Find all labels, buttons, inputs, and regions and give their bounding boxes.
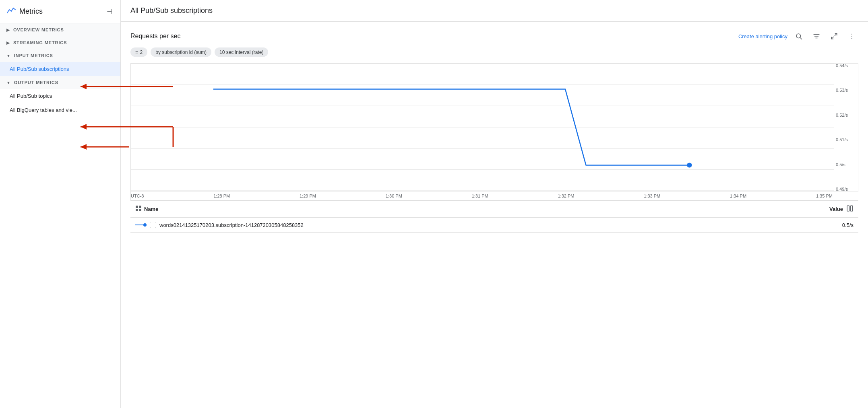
sidebar-section-header-overview[interactable]: ▶ OVERVIEW METRICS	[0, 23, 120, 36]
columns-icon[interactable]	[846, 205, 854, 213]
y-label-053: 0.53/s	[836, 88, 856, 93]
svg-rect-19	[139, 206, 141, 208]
filter-lines-icon-button[interactable]	[810, 30, 823, 43]
more-vert-icon-button[interactable]	[845, 30, 858, 43]
y-label-050: 0.5/s	[836, 163, 856, 167]
chart-header: Requests per sec Create alerting policy	[130, 30, 858, 43]
chart-title: Requests per sec	[130, 33, 181, 40]
legend-line	[135, 225, 143, 225]
search-icon-button[interactable]	[792, 30, 805, 43]
x-label-133: 1:33 PM	[644, 194, 660, 198]
chip-group-by[interactable]: by subscription id (sum)	[151, 47, 211, 57]
svg-point-17	[687, 163, 692, 167]
sidebar-header: Metrics ⊣	[0, 0, 120, 23]
legend-name-header: Name	[135, 205, 829, 213]
filter-icon: ≡	[135, 49, 138, 55]
main-content: All Pub/Sub subscriptions Requests per s…	[121, 0, 868, 408]
x-label-128: 1:28 PM	[213, 194, 230, 198]
chip-filter-count[interactable]: ≡ 2	[130, 47, 147, 57]
svg-line-6	[831, 37, 833, 39]
legend-line-indicator	[135, 223, 147, 227]
y-label-054: 0.54/s	[836, 64, 856, 68]
sidebar-item-bigquery[interactable]: All BigQuery tables and vie...	[0, 103, 120, 117]
fullscreen-icon-button[interactable]	[828, 30, 841, 43]
x-label-135: 1:35 PM	[816, 194, 833, 198]
chart-svg	[130, 63, 834, 192]
sidebar-section-label-input: INPUT METRICS	[14, 53, 53, 58]
sidebar: Metrics ⊣ ▶ OVERVIEW METRICS ▶ STREAMING…	[0, 0, 121, 408]
x-axis-labels: UTC-8 1:28 PM 1:29 PM 1:30 PM 1:31 PM 1:…	[130, 192, 858, 200]
chart-actions: Create alerting policy	[738, 30, 858, 43]
chip-count-label: 2	[140, 49, 143, 55]
x-label-129: 1:29 PM	[300, 194, 316, 198]
sidebar-section-input: ▼ INPUT METRICS All Pub/Sub subscription…	[0, 49, 120, 76]
page-title: All Pub/Sub subscriptions	[130, 6, 213, 14]
y-label-052: 0.52/s	[836, 113, 856, 117]
sidebar-section-label-output: OUTPUT METRICS	[14, 80, 58, 85]
sidebar-item-pubsub-subs[interactable]: All Pub/Sub subscriptions	[0, 62, 120, 76]
chart-area-wrapper	[130, 63, 834, 192]
sidebar-section-overview: ▶ OVERVIEW METRICS	[0, 23, 120, 36]
sidebar-section-output: ▼ OUTPUT METRICS All Pub/Sub topics All …	[0, 76, 120, 117]
sidebar-header-left: Metrics	[6, 6, 43, 17]
chip-interval[interactable]: 10 sec interval (rate)	[215, 47, 268, 57]
sidebar-section-header-streaming[interactable]: ▶ STREAMING METRICS	[0, 36, 120, 49]
x-label-134: 1:34 PM	[730, 194, 746, 198]
main-header: All Pub/Sub subscriptions	[121, 0, 868, 22]
svg-point-9	[851, 38, 852, 39]
legend-name-label: Name	[144, 206, 158, 212]
sidebar-section-header-output[interactable]: ▼ OUTPUT METRICS	[0, 76, 120, 89]
create-alerting-policy-link[interactable]: Create alerting policy	[738, 33, 787, 39]
sidebar-collapse-button[interactable]: ⊣	[105, 6, 114, 17]
chart-with-yaxis: 0.54/s 0.53/s 0.52/s 0.51/s 0.5/s 0.49/s	[130, 63, 858, 192]
sidebar-section-label-streaming: STREAMING METRICS	[13, 40, 67, 45]
metrics-logo-icon	[6, 6, 16, 17]
svg-line-5	[835, 33, 837, 35]
svg-rect-20	[136, 209, 138, 211]
sidebar-section-label-overview: OVERVIEW METRICS	[13, 27, 64, 32]
x-label-132: 1:32 PM	[558, 194, 574, 198]
chip-group-by-label: by subscription id (sum)	[155, 49, 207, 55]
svg-rect-22	[847, 206, 849, 211]
legend-table: Name Value words021413251	[130, 200, 858, 233]
legend-row-checkbox[interactable]	[150, 222, 156, 228]
svg-rect-21	[139, 209, 141, 211]
legend-dot	[143, 223, 147, 227]
x-label-130: 1:30 PM	[386, 194, 402, 198]
y-label-049: 0.49/s	[836, 187, 856, 192]
chart-container: Requests per sec Create alerting policy	[121, 22, 868, 408]
legend-row: words02141325170203.subscription-1412872…	[130, 218, 858, 233]
sidebar-section-streaming: ▶ STREAMING METRICS	[0, 36, 120, 49]
x-label-131: 1:31 PM	[472, 194, 488, 198]
chip-interval-label: 10 sec interval (rate)	[219, 49, 263, 55]
legend-row-left: words02141325170203.subscription-1412872…	[135, 222, 842, 228]
sidebar-section-header-input[interactable]: ▼ INPUT METRICS	[0, 49, 120, 62]
x-label-utc: UTC-8	[131, 194, 144, 198]
chevron-down-icon: ▼	[6, 54, 11, 58]
filter-chips: ≡ 2 by subscription id (sum) 10 sec inte…	[130, 47, 858, 57]
legend-row-value: 0.5/s	[842, 222, 854, 228]
chevron-right-icon: ▶	[6, 28, 10, 32]
svg-point-7	[851, 34, 852, 35]
legend-value-label: Value	[829, 206, 843, 212]
y-axis-labels: 0.54/s 0.53/s 0.52/s 0.51/s 0.5/s 0.49/s	[834, 63, 858, 192]
chevron-right-icon-2: ▶	[6, 41, 10, 45]
svg-line-1	[800, 37, 802, 39]
svg-rect-18	[136, 206, 138, 208]
legend-row-name: words02141325170203.subscription-1412872…	[159, 222, 304, 228]
svg-rect-23	[851, 206, 853, 211]
chevron-down-icon-2: ▼	[6, 80, 11, 85]
y-label-051: 0.51/s	[836, 138, 856, 142]
svg-point-8	[851, 36, 852, 37]
sidebar-item-pubsub-topics[interactable]: All Pub/Sub topics	[0, 89, 120, 103]
sidebar-title: Metrics	[19, 7, 43, 16]
legend-table-header: Name Value	[130, 201, 858, 218]
grid-icon	[135, 205, 142, 213]
